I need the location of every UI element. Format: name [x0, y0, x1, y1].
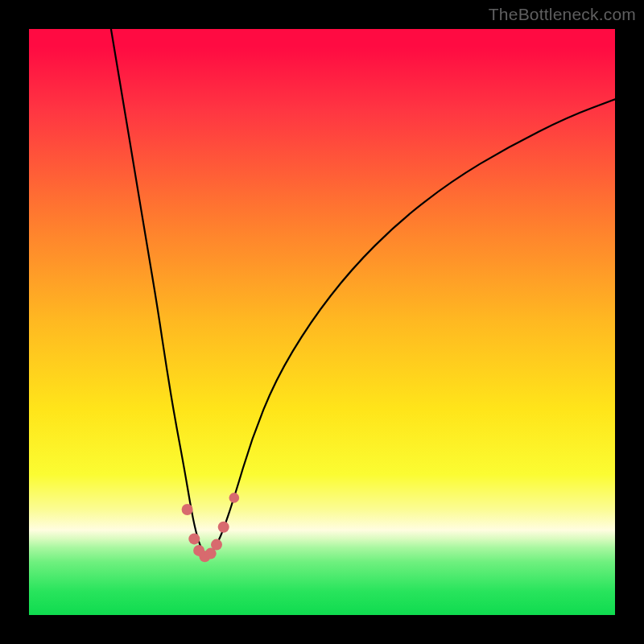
plot-area — [29, 29, 615, 615]
chart-frame: TheBottleneck.com — [0, 0, 644, 644]
curve-marker — [229, 493, 240, 503]
watermark-text: TheBottleneck.com — [489, 5, 636, 24]
curve-marker — [182, 504, 193, 515]
bottleneck-curve — [111, 29, 615, 555]
curve-marker — [188, 533, 200, 544]
curve-layer — [29, 29, 615, 615]
curve-marker — [218, 522, 229, 533]
curve-marker — [211, 539, 222, 551]
